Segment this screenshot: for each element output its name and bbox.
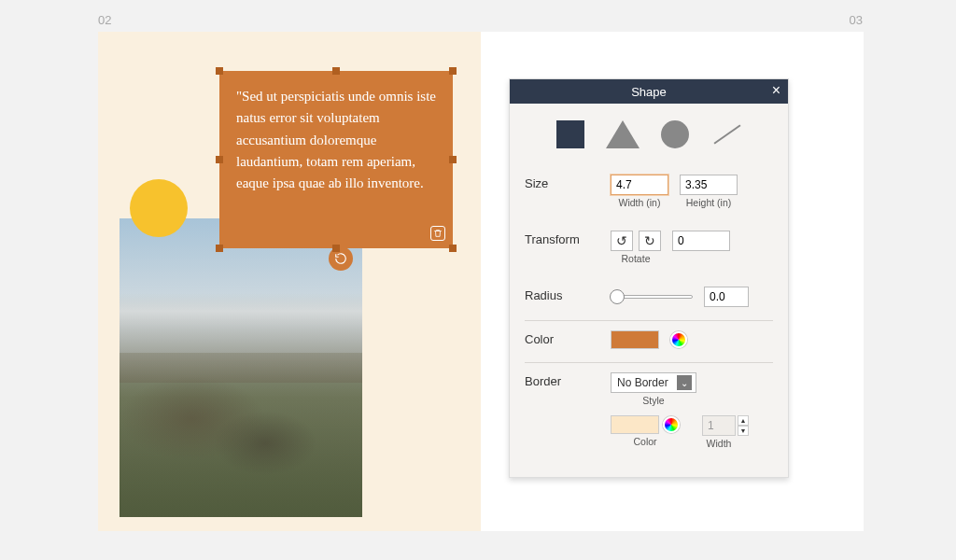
shape-inspector: Shape × Size Width (in) <box>509 78 789 478</box>
fill-color-swatch[interactable] <box>611 330 659 349</box>
row-color: Color <box>525 320 773 362</box>
color-picker-icon[interactable] <box>670 331 687 348</box>
close-icon[interactable]: × <box>772 83 780 98</box>
selection-frame <box>219 71 453 248</box>
border-color-sublabel: Color <box>611 436 680 447</box>
border-width-sublabel: Width <box>702 438 736 449</box>
border-style-value: No Border <box>617 376 668 389</box>
border-style-sublabel: Style <box>611 395 696 406</box>
rotation-angle-input[interactable] <box>672 231 730 251</box>
shape-picker <box>510 104 788 161</box>
resize-handle-tr[interactable] <box>449 67 457 75</box>
shape-circle[interactable] <box>659 119 691 150</box>
resize-handle-mt[interactable] <box>332 67 340 75</box>
height-sublabel: Height (in) <box>680 197 738 208</box>
size-label: Size <box>525 175 611 190</box>
workspace: "Sed ut perspiciatis unde omnis iste nat… <box>98 32 864 531</box>
rotate-ccw-button[interactable]: ↺ <box>611 231 633 251</box>
resize-handle-br[interactable] <box>449 245 457 252</box>
radius-slider-thumb[interactable] <box>610 289 625 304</box>
panel-page: Shape × Size Width (in) <box>481 32 864 531</box>
radius-label: Radius <box>525 287 611 302</box>
row-transform: Transform ↺ ↻ Rotate <box>525 221 773 277</box>
width-sublabel: Width (in) <box>611 197 668 208</box>
stepper-down-icon[interactable]: ▼ <box>738 426 749 436</box>
resize-handle-mb[interactable] <box>332 245 340 252</box>
transform-label: Transform <box>525 231 611 246</box>
color-label: Color <box>525 330 611 346</box>
resize-handle-bl[interactable] <box>216 245 223 252</box>
border-label: Border <box>525 372 611 406</box>
quote-text-box[interactable]: "Sed ut perspiciatis unde omnis iste nat… <box>219 71 453 248</box>
page-number-right: 03 <box>850 13 863 27</box>
rotate-sublabel: Rotate <box>611 253 661 264</box>
shape-line[interactable] <box>711 119 743 150</box>
border-color-picker-icon[interactable] <box>663 416 680 433</box>
chevron-down-icon: ⌄ <box>677 375 692 390</box>
shape-square[interactable] <box>555 119 586 150</box>
canvas-page[interactable]: "Sed ut perspiciatis unde omnis iste nat… <box>98 32 481 531</box>
border-color-swatch[interactable] <box>611 415 659 434</box>
row-size: Size Width (in) Height (in) <box>525 165 773 221</box>
page-number-left: 02 <box>98 13 111 27</box>
height-input[interactable] <box>680 175 738 195</box>
width-input[interactable] <box>611 175 668 195</box>
rotate-cw-button[interactable]: ↻ <box>639 231 661 251</box>
photo-placeholder[interactable] <box>120 218 362 517</box>
row-radius: Radius <box>525 277 773 320</box>
resize-handle-tl[interactable] <box>216 67 223 75</box>
radius-input[interactable] <box>704 287 749 307</box>
shape-triangle[interactable] <box>607 119 639 150</box>
inspector-header: Shape × <box>510 79 788 104</box>
row-border: Border No Border ⌄ Style <box>525 362 773 462</box>
border-width-stepper[interactable]: ▲ ▼ <box>702 415 736 436</box>
inspector-title: Shape <box>631 85 667 99</box>
decorative-circle[interactable] <box>130 179 188 237</box>
radius-slider[interactable] <box>611 295 693 299</box>
delete-icon[interactable] <box>430 226 445 241</box>
stepper-up-icon[interactable]: ▲ <box>738 415 749 426</box>
border-style-select[interactable]: No Border ⌄ <box>611 372 696 393</box>
resize-handle-ml[interactable] <box>216 156 223 163</box>
resize-handle-mr[interactable] <box>449 156 457 163</box>
border-width-input[interactable] <box>702 415 736 436</box>
